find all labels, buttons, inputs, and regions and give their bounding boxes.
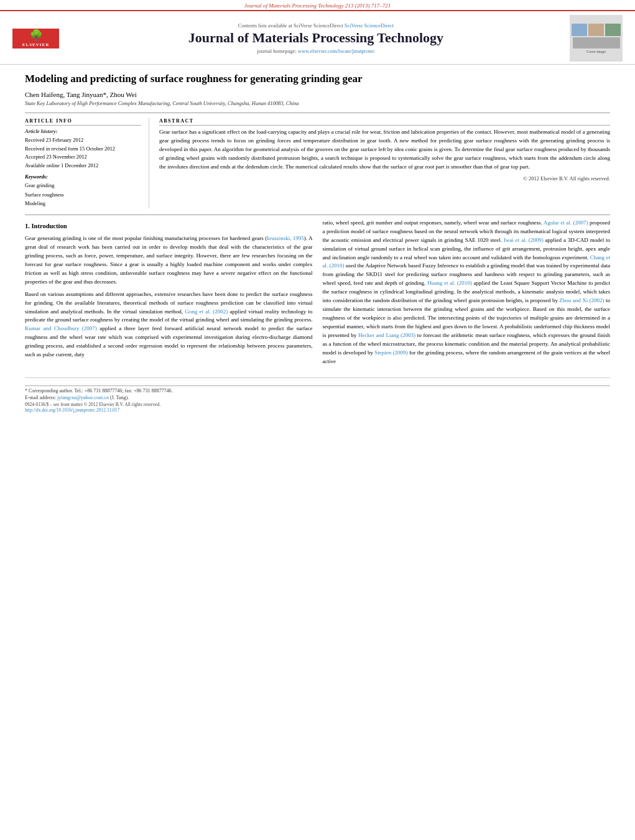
ref-chang[interactable]: Chang et al. (2010): [323, 254, 611, 269]
received-date: Received 23 February 2012: [25, 136, 141, 145]
body-right-col: ratio, wheel speed, grit number and outp…: [323, 219, 611, 370]
cover-caption: Cover image: [586, 50, 606, 53]
ref-kruszinski[interactable]: kruszinski, 1995: [267, 235, 304, 241]
cover-image-row1: [572, 24, 621, 36]
homepage-url[interactable]: www.elsevier.com/locate/jmatprotec: [298, 48, 375, 54]
available-date: Available online 1 December 2012: [25, 162, 141, 170]
elsevier-logo-box: 🌳 ELSEVIER: [12, 29, 59, 48]
elsevier-tree-icon: 🌳: [29, 30, 43, 41]
header-center: Contents lists available at SciVerse Sci…: [62, 22, 570, 53]
journal-banner-title: Journal of Materials Processing Technolo…: [244, 2, 391, 9]
article-meta-section: ARTICLE INFO Article history: Received 2…: [25, 113, 610, 208]
email-link[interactable]: jytangcsu@yahoo.com.cn: [57, 395, 109, 400]
keywords-label: Keywords:: [25, 173, 141, 180]
article-content: Modeling and predicting of surface rough…: [0, 65, 635, 425]
accepted-date: Accepted 23 November 2012: [25, 153, 141, 162]
ref-huang[interactable]: Huang et al. (2010): [427, 280, 472, 286]
body-left-col: 1. Introduction Gear generating grinding…: [25, 219, 313, 370]
cover-img-cell: [605, 24, 621, 36]
article-affiliation: State Key Laboratory of High Performance…: [25, 100, 610, 106]
ref-hecker[interactable]: Hecker and Liang (2003): [358, 332, 415, 338]
abstract-col: ABSTRACT Gear surface has a significant …: [159, 118, 610, 208]
doi-link[interactable]: http://dx.doi.org/10.1016/j.jmatprotec.2…: [25, 407, 119, 413]
homepage-label: journal homepage:: [257, 48, 297, 54]
ref-kumar[interactable]: Kumar and Choudhury (2007): [25, 325, 97, 331]
footnote-email: E-mail address: jytangcsu@yahoo.com.cn (…: [25, 395, 610, 400]
doi-line: http://dx.doi.org/10.1016/j.jmatprotec.2…: [25, 407, 610, 413]
body-two-col: 1. Introduction Gear generating grinding…: [25, 219, 610, 370]
ref-stepien[interactable]: Stepien (2009): [374, 349, 407, 356]
page: Journal of Materials Processing Technolo…: [0, 0, 635, 425]
article-title: Modeling and predicting of surface rough…: [25, 72, 610, 86]
keyword-3: Modeling: [25, 199, 141, 208]
page-footer: * Corresponding author. Tel.: +86 731 88…: [25, 377, 610, 413]
author-list: Chen Haifeng, Tang Jinyuan*, Zhou Wei: [25, 91, 137, 98]
abstract-header: ABSTRACT: [159, 118, 610, 126]
received-revised-date: Received in revised form 15 October 2012: [25, 145, 141, 154]
ref-agular[interactable]: Agular et al. (2007): [544, 219, 588, 226]
body-right-para1: ratio, wheel speed, grit number and outp…: [323, 219, 611, 366]
contents-line: Contents lists available at SciVerse Sci…: [68, 22, 563, 29]
keyword-1: Gear grinding: [25, 181, 141, 190]
article-info-col: ARTICLE INFO Article history: Received 2…: [25, 118, 149, 208]
journal-top-bar: Journal of Materials Processing Technolo…: [0, 0, 635, 10]
ref-zhou[interactable]: Zhou and Xi (2002): [559, 297, 604, 303]
cover-image-row2: [573, 37, 620, 48]
cover-img-cell: [572, 24, 587, 36]
article-authors: Chen Haifeng, Tang Jinyuan*, Zhou Wei: [25, 91, 610, 98]
copyright-line: © 2012 Elsevier B.V. All rights reserved…: [159, 175, 610, 182]
body-para1: Gear generating grinding is one of the m…: [25, 234, 313, 287]
journal-cover-image: Cover image: [570, 15, 623, 62]
keyword-2: Surface roughness: [25, 190, 141, 199]
journal-main-title: Journal of Materials Processing Technolo…: [68, 30, 563, 46]
body-divider: [25, 215, 610, 215]
body-para2: Based on various assumptions and differe…: [25, 290, 313, 360]
elsevier-logo-text: ELSEVIER: [22, 42, 49, 47]
footnote-corresponding: * Corresponding author. Tel.: +86 731 88…: [25, 388, 610, 394]
issn-text: 0924-0136/$ – see front matter © 2012 El…: [25, 402, 160, 407]
ref-iwai[interactable]: Iwai et al. (2009): [504, 237, 544, 243]
section1-title: 1. Introduction: [25, 221, 313, 231]
article-info-header: ARTICLE INFO: [25, 118, 141, 126]
cover-img-cell: [573, 37, 620, 48]
homepage-line: journal homepage: www.elsevier.com/locat…: [68, 48, 563, 54]
article-history-label: Article history:: [25, 128, 141, 134]
cover-img-cell: [588, 24, 604, 36]
issn-line: 0924-0136/$ – see front matter © 2012 El…: [25, 402, 610, 407]
header-container: 🌳 ELSEVIER Contents lists available at S…: [0, 10, 635, 65]
sciverse-link[interactable]: SciVerse ScienceDirect: [345, 22, 394, 29]
ref-gong[interactable]: Gong et al. (2002): [185, 308, 228, 315]
elsevier-logo: 🌳 ELSEVIER: [12, 29, 62, 48]
abstract-text: Gear surface has a significant effect on…: [159, 128, 610, 172]
footer-divider: [25, 385, 610, 386]
